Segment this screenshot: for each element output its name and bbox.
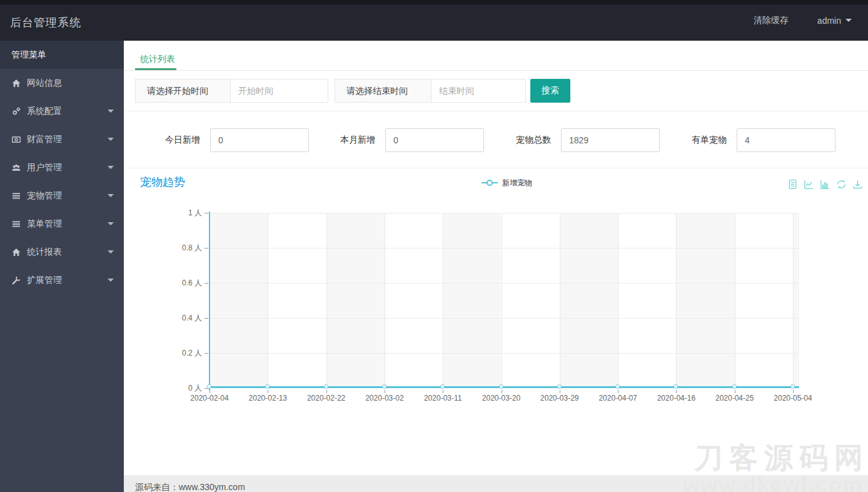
chevron-down-icon: [108, 138, 114, 141]
sidebar-item-label: 宠物管理: [27, 190, 62, 202]
x-axis-tick: [443, 390, 443, 393]
x-axis-tick: [735, 390, 735, 393]
chevron-down-icon: [108, 250, 114, 254]
x-axis-label: 2020-02-22: [298, 394, 355, 402]
chevron-down-icon: [108, 110, 114, 113]
pets-with-orders-input[interactable]: [737, 128, 835, 152]
today-new-input[interactable]: [210, 128, 309, 152]
data-point-marker: [207, 384, 211, 389]
tab-bar: 统计列表: [124, 41, 868, 71]
x-axis-label: 2020-03-02: [356, 394, 413, 402]
month-new-input[interactable]: [385, 128, 484, 152]
app-title: 后台管理系统: [10, 0, 81, 41]
pet-total-input[interactable]: [561, 128, 660, 152]
stat-today-new: 今日新增: [164, 128, 309, 152]
start-time-input[interactable]: [231, 79, 328, 103]
home-icon: [11, 247, 21, 257]
y-axis-tick: [204, 318, 208, 319]
main-content: 统计列表 请选择开始时间 请选择结束时间 搜索 今日新增 本月新增 宠物总数 有…: [124, 41, 868, 492]
split-area-band: [209, 213, 268, 388]
username-label: admin: [817, 16, 841, 26]
sidebar-item-site-info[interactable]: 网站信息: [0, 69, 124, 97]
footer-text: 源码来自：www.330ym.com: [135, 482, 245, 492]
sidebar-item-extension-management[interactable]: 扩展管理: [0, 266, 124, 294]
y-axis-label: 0.8 人: [163, 243, 202, 254]
list-icon: [11, 219, 21, 229]
h-gridline: [209, 213, 799, 213]
chevron-down-icon: [108, 166, 114, 169]
sidebar-item-pet-management[interactable]: 宠物管理: [0, 182, 124, 210]
x-axis-tick: [793, 390, 794, 393]
x-axis-label: 2020-05-04: [764, 394, 822, 402]
sidebar-item-user-management[interactable]: 用户管理: [0, 153, 124, 182]
divider: [124, 168, 868, 168]
tab-active-underline: [135, 68, 176, 70]
data-point-marker: [732, 384, 737, 389]
v-gridline: [676, 213, 677, 388]
sidebar-heading: 管理菜单: [0, 41, 124, 69]
bar-chart-icon[interactable]: [820, 179, 830, 190]
chevron-down-icon: [108, 194, 114, 197]
start-time-addon-label: 请选择开始时间: [135, 79, 231, 103]
y-axis-label: 1 人: [163, 208, 202, 218]
split-area-band: [443, 213, 501, 388]
data-point-marker: [324, 384, 328, 389]
v-gridline: [560, 213, 560, 388]
sidebar-item-statistics-report[interactable]: 统计报表: [0, 238, 124, 266]
x-axis-label: 2020-03-20: [473, 394, 530, 402]
y-axis-tick: [204, 283, 208, 284]
chart-title: 宠物趋势: [140, 175, 185, 190]
end-time-input[interactable]: [431, 79, 526, 103]
x-axis-tick: [676, 390, 677, 393]
chevron-down-icon: [108, 279, 114, 282]
stat-pets-with-orders: 有单宠物: [690, 128, 835, 152]
h-gridline: [209, 318, 799, 319]
watermark-line1: 刀客源码网: [684, 443, 868, 472]
sidebar-item-system-config[interactable]: 系统配置: [0, 97, 124, 125]
stat-label: 今日新增: [164, 135, 200, 146]
h-gridline: [209, 353, 799, 354]
tab-statistics-list[interactable]: 统计列表: [140, 41, 175, 71]
y-axis-label: 0.4 人: [163, 313, 202, 324]
sidebar-item-label: 财富管理: [27, 134, 62, 145]
v-gridline: [502, 213, 502, 388]
home-icon: [11, 78, 21, 88]
line-chart-icon[interactable]: [804, 179, 814, 190]
data-point-marker: [790, 384, 795, 389]
users-icon: [11, 163, 21, 173]
sidebar-item-label: 系统配置: [27, 106, 62, 117]
legend-item-new-pets[interactable]: 新增宠物: [482, 178, 532, 187]
restore-icon[interactable]: [836, 179, 847, 190]
wrench-icon: [11, 275, 21, 285]
user-menu[interactable]: admin: [817, 16, 852, 26]
y-axis-tick: [204, 248, 208, 249]
y-axis-tick: [204, 213, 208, 213]
v-gridline: [443, 213, 443, 388]
legend-label: 新增宠物: [502, 178, 532, 188]
y-axis-line: [209, 212, 210, 390]
sidebar-item-wealth-management[interactable]: 财富管理: [0, 125, 124, 153]
top-header: 后台管理系统 清除缓存 admin: [0, 0, 868, 41]
chart-toolbox: [787, 179, 863, 190]
h-gridline: [209, 248, 799, 249]
sidebar-item-menu-management[interactable]: 菜单管理: [0, 210, 124, 238]
save-image-icon[interactable]: [852, 179, 863, 190]
divider: [124, 111, 868, 111]
x-axis-label: 2020-03-11: [414, 394, 472, 402]
stat-label: 本月新增: [339, 135, 375, 146]
start-time-group: 请选择开始时间: [135, 79, 328, 103]
end-time-addon-label: 请选择结束时间: [335, 79, 431, 103]
v-gridline: [385, 213, 385, 388]
split-area-band: [326, 213, 385, 388]
stat-label: 有单宠物: [690, 135, 727, 146]
x-axis-label: 2020-02-04: [181, 394, 238, 402]
x-axis-label: 2020-04-07: [589, 394, 647, 402]
x-axis-label: 2020-04-16: [647, 394, 705, 402]
v-gridline: [735, 213, 735, 388]
clear-cache-button[interactable]: 清除缓存: [754, 15, 789, 26]
v-gridline: [326, 213, 327, 388]
data-view-icon[interactable]: [787, 179, 798, 190]
search-button[interactable]: 搜索: [530, 79, 570, 103]
series-line: [209, 386, 799, 388]
money-icon: [11, 135, 21, 145]
